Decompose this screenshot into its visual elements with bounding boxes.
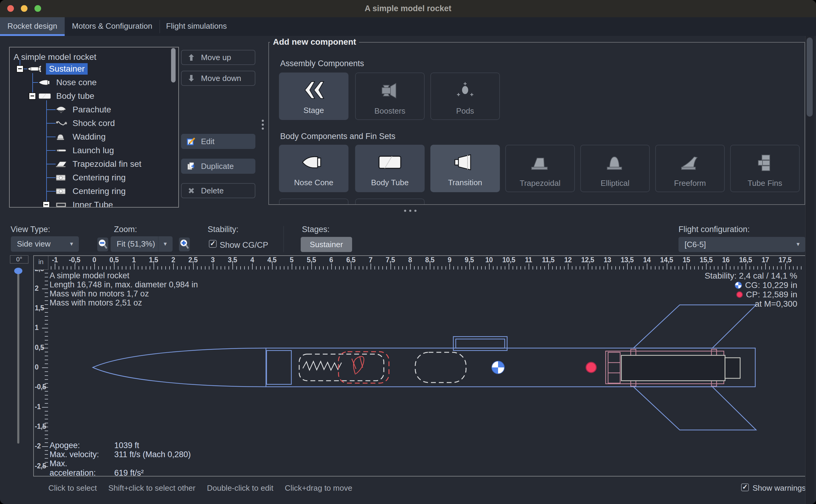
component-button-label: Tube Fins — [731, 179, 799, 188]
ruler-tick — [51, 266, 51, 270]
tree-item-inner-tube[interactable]: Inner Tube — [10, 198, 173, 208]
rocket-view-panel[interactable]: -1-0,500,511,522,533,544,555,566,577,588… — [33, 255, 806, 477]
rocket-length-diameter: Length 16,748 in, max. diameter 0,984 in — [50, 280, 198, 289]
edit-button[interactable]: Edit — [181, 134, 255, 149]
tab-motors-configuration[interactable]: Motors & Configuration — [65, 17, 160, 36]
component-button-tube-fins[interactable]: Tube Fins — [730, 145, 800, 192]
ruler-tick — [402, 266, 403, 270]
ruler-tick — [481, 266, 482, 270]
tree-item-nose-cone[interactable]: Nose cone — [10, 76, 173, 89]
chevron-down-icon: ▼ — [163, 241, 168, 247]
stage-toggle-sustainer[interactable]: Sustainer — [301, 237, 352, 252]
delete-cross-icon — [182, 187, 201, 195]
ruler-label: 1,5 — [35, 304, 44, 312]
component-button-freeform[interactable]: Freeform — [655, 145, 725, 192]
ruler-tick — [83, 266, 83, 270]
component-button-transition[interactable]: Transition — [430, 145, 500, 192]
shock-cord-outline — [338, 352, 389, 383]
tree-item-sustainer[interactable]: Sustainer — [10, 62, 173, 76]
ruler-tick — [284, 266, 284, 270]
window-scrollbar-thumb[interactable] — [807, 37, 813, 117]
ruler-tick — [335, 266, 336, 270]
component-button-body-tube[interactable]: Body Tube — [355, 145, 425, 192]
component-button-trapezoidal[interactable]: Trapezoidal — [505, 145, 575, 192]
rotation-slider-track[interactable] — [17, 273, 19, 444]
parachute-outline — [299, 354, 384, 381]
ruler-tick — [414, 266, 415, 270]
ruler-label: -2,5 — [35, 462, 46, 470]
ruler-tick — [769, 266, 770, 270]
tree-item-body-tube[interactable]: Body tube — [10, 89, 173, 103]
ruler-tick — [516, 266, 517, 270]
ruler-tick — [114, 263, 115, 270]
ruler-tick — [552, 266, 553, 270]
component-button-elliptical[interactable]: Elliptical — [580, 145, 650, 192]
show-warnings-checkbox[interactable]: ✓ — [741, 483, 749, 491]
flight-config-select[interactable]: [C6-5] ▼ — [678, 237, 805, 252]
tree-item-shock-cord[interactable]: Shock cord — [10, 117, 173, 130]
ruler-tick — [276, 266, 277, 270]
horizontal-splitter-handle[interactable] — [403, 210, 418, 212]
tree-item-label: Nose cone — [56, 78, 97, 87]
tree-item-launch-lug[interactable]: Launch lug — [10, 144, 173, 157]
component-button-label: Nose Cone — [279, 178, 348, 187]
tab-flight-simulations[interactable]: Flight simulations — [160, 17, 233, 36]
ruler-tick — [272, 263, 273, 270]
ruler-tick — [398, 266, 399, 270]
tree-root-item[interactable]: A simple model rocket — [14, 50, 96, 64]
ruler-tick — [394, 266, 395, 270]
parachute-shroud-lines — [303, 361, 342, 370]
tree-item-centering-ring[interactable]: Centering ring — [10, 171, 173, 184]
move-down-button[interactable]: Move down — [181, 71, 255, 86]
ruler-tick — [90, 266, 91, 270]
stability-text-label: Stability: — [704, 271, 737, 281]
ruler-tick — [671, 266, 671, 270]
tree-item-label: Shock cord — [73, 118, 115, 128]
ruler-tick — [169, 266, 170, 270]
magnifier-minus-icon — [98, 239, 107, 250]
ruler-tick — [303, 266, 304, 270]
ruler-label: -1 — [35, 403, 40, 411]
ruler-tick — [529, 263, 529, 270]
vertical-splitter-handle[interactable] — [262, 118, 264, 131]
title-bar: A simple model rocket — [0, 0, 816, 17]
ruler-tick — [773, 266, 774, 270]
ruler-tick — [651, 266, 651, 270]
ruler-tick — [209, 266, 209, 270]
ruler-tick — [422, 266, 423, 270]
zoom-out-button[interactable] — [97, 237, 108, 251]
zoom-in-button[interactable] — [179, 237, 190, 251]
delete-button[interactable]: Delete — [181, 183, 255, 198]
move-up-button[interactable]: Move up — [181, 50, 255, 65]
tree-item-centering-ring[interactable]: Centering ring — [10, 185, 173, 198]
zoom-select[interactable]: Fit (51,3%) ▼ — [111, 236, 173, 252]
ruler-tick — [154, 263, 154, 270]
ruler-tick — [45, 285, 48, 285]
stability-label: Stability: — [208, 225, 238, 234]
tree-item-wadding[interactable]: Wadding — [10, 130, 173, 144]
cp-label: CP: — [746, 290, 760, 299]
show-cgcp-checkbox[interactable]: ✓ — [209, 240, 217, 248]
tree-item-parachute[interactable]: Parachute — [10, 103, 173, 116]
duplicate-button[interactable]: Duplicate — [181, 159, 255, 174]
hint-text: Double-click to edit — [207, 483, 274, 493]
rotation-slider-thumb[interactable] — [14, 268, 22, 274]
ruler-tick — [45, 391, 48, 392]
component-button-pods[interactable]: Pods — [430, 73, 500, 120]
tree-item-trapezoidal-fin-set[interactable]: Trapezoidal fin set — [10, 157, 173, 171]
ruler-tick — [45, 419, 48, 419]
tab-rocket-design[interactable]: Rocket design — [0, 17, 65, 36]
ruler-tick — [260, 266, 261, 270]
ruler-tick — [572, 266, 572, 270]
magnifier-plus-icon — [180, 239, 189, 250]
ruler-tick — [232, 263, 233, 270]
component-button-nose-cone[interactable]: Nose Cone — [279, 145, 348, 192]
component-button-stage[interactable]: Stage — [279, 73, 348, 120]
flight-stat-label: Max. acceleration: — [50, 459, 114, 477]
component-tree[interactable]: A simple model rocketSustainerNose coneB… — [9, 47, 179, 208]
ruler-tick — [548, 263, 549, 270]
view-type-select[interactable]: Side view ▼ — [11, 236, 79, 252]
ruler-tick — [157, 266, 158, 270]
component-button-boosters[interactable]: Boosters — [355, 73, 425, 120]
cp-marker — [586, 362, 596, 373]
